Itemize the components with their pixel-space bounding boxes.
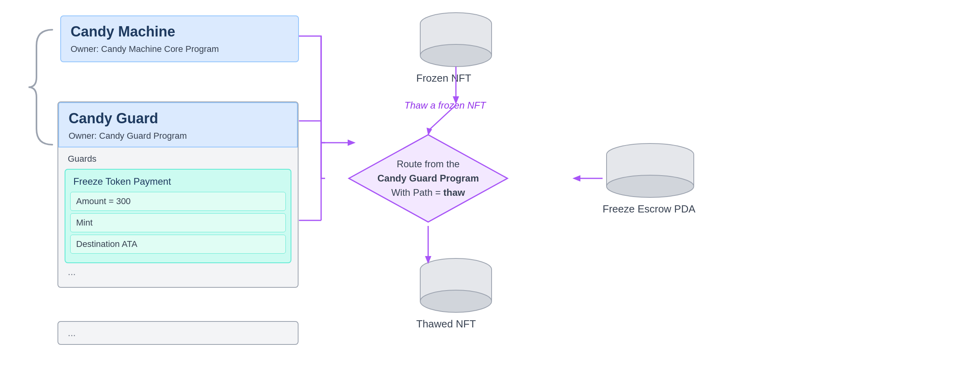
bottom-ellipsis: ... (57, 321, 299, 345)
diamond-line1: Route from the (397, 159, 460, 169)
thawed-nft-cylinder-icon (416, 258, 496, 313)
candy-machine-title: Candy Machine (71, 23, 289, 40)
freeze-token-amount: Amount = 300 (70, 192, 286, 211)
diamond-line3bold: thaw (443, 187, 465, 198)
svg-point-4 (420, 44, 492, 67)
freeze-token-destination: Destination ATA (70, 235, 286, 254)
candy-guard-outer: Candy Guard Owner: Candy Guard Program G… (57, 101, 299, 288)
candy-machine-box: Candy Machine Owner: Candy Machine Core … (60, 15, 299, 62)
inner-ellipsis: ... (58, 263, 298, 277)
guards-label: Guards (58, 154, 298, 164)
svg-marker-22 (572, 175, 580, 182)
candy-guard-owner: Owner: Candy Guard Program (69, 131, 287, 141)
candy-guard-title: Candy Guard (69, 110, 287, 127)
freeze-token-box: Freeze Token Payment Amount = 300 Mint D… (65, 169, 291, 263)
diamond-line3: With Path = (391, 187, 443, 198)
thawed-nft-label: Thawed NFT (416, 318, 496, 330)
freeze-token-mint: Mint (70, 213, 286, 232)
svg-point-14 (607, 175, 694, 197)
thawed-nft: Thawed NFT (416, 258, 496, 330)
diamond-text: Route from the Candy Guard Program With … (365, 157, 492, 200)
thaw-frozen-label: Thaw a frozen NFT (404, 100, 486, 111)
diamond-line2: Candy Guard Program (377, 173, 479, 184)
svg-point-9 (420, 290, 492, 312)
frozen-nft-label: Frozen NFT (416, 72, 496, 84)
diagram-container: Candy Machine Owner: Candy Machine Core … (0, 0, 980, 371)
freeze-token-title: Freeze Token Payment (65, 176, 291, 187)
frozen-nft: Frozen NFT (416, 12, 496, 84)
freeze-escrow-pda-cylinder-icon (603, 143, 698, 198)
frozen-nft-cylinder-icon (416, 12, 496, 67)
freeze-escrow-pda: Freeze Escrow PDA (603, 143, 698, 215)
freeze-escrow-pda-label: Freeze Escrow PDA (603, 203, 698, 215)
route-diamond: Route from the Candy Guard Program With … (325, 131, 531, 226)
candy-machine-owner: Owner: Candy Machine Core Program (71, 44, 289, 54)
candy-guard-header: Candy Guard Owner: Candy Guard Program (58, 102, 298, 147)
